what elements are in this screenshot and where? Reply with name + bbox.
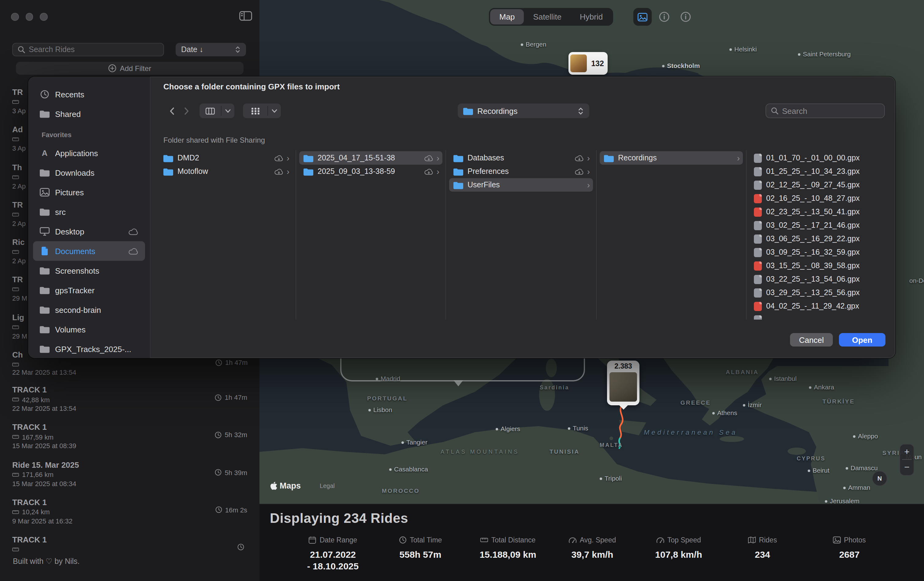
dialog-sidebar-item[interactable]: Screenshots xyxy=(33,261,145,280)
file-row[interactable]: 01_01_70_-_01_00_00.gpx xyxy=(750,151,892,165)
info-button[interactable] xyxy=(659,12,670,22)
sidebar-item-icon xyxy=(40,325,50,334)
column-browser: DMD2 Motoflow xyxy=(156,150,895,319)
folder-row[interactable]: Recordings xyxy=(600,151,743,165)
track-list-item-clipped[interactable]: Th 2 Ap xyxy=(12,162,27,200)
track-list-item-clipped[interactable]: Ad 3 Ap xyxy=(12,125,27,163)
photo-overlay-button[interactable] xyxy=(634,8,652,26)
open-button[interactable]: Open xyxy=(839,333,886,346)
track-list-item[interactable]: Ride 15. Mar 2025 171,66 km 15 Mar 2025 … xyxy=(12,460,247,498)
file-row[interactable]: 03_29_25_-_13_25_56.gpx xyxy=(750,286,892,300)
map-type-option[interactable]: Satellite xyxy=(524,9,571,25)
dialog-sidebar-item[interactable]: Downloads xyxy=(33,163,145,182)
clock-icon xyxy=(215,469,222,476)
item-name: 2025_04_17_15-51-38 xyxy=(318,154,422,162)
dialog-sidebar-item[interactable]: gpsTracker xyxy=(33,280,145,300)
cancel-button[interactable]: Cancel xyxy=(790,333,833,346)
cloud-download-icon xyxy=(274,168,284,175)
track-title: Lig xyxy=(12,313,27,323)
dialog-search-input[interactable]: Search xyxy=(766,103,885,118)
zoom-control: + − xyxy=(899,444,914,476)
forward-button[interactable] xyxy=(182,103,191,118)
track-list-item[interactable]: TRACK 1 10,24 km 9 Mar 2025 at 16:32 16m… xyxy=(12,498,247,535)
back-button[interactable] xyxy=(167,103,177,118)
stat-item: Rides 234 xyxy=(748,536,777,560)
map-type-option[interactable]: Hybrid xyxy=(571,9,612,25)
file-row[interactable]: 03_15_25_-_08_39_58.gpx xyxy=(750,259,892,272)
file-row[interactable]: 02_23_25_-_13_50_41.gpx xyxy=(750,205,892,218)
track-list-item[interactable]: TRACK 1 xyxy=(12,535,247,557)
help-button[interactable] xyxy=(680,12,691,22)
zoom-button[interactable] xyxy=(40,13,48,20)
folder-icon xyxy=(163,167,173,175)
sidebar-toggle-icon[interactable] xyxy=(239,11,252,21)
dialog-sidebar-item[interactable]: Recents xyxy=(33,84,145,104)
dialog-sidebar-item[interactable]: Documents xyxy=(33,241,145,261)
folder-row[interactable]: 2025_04_17_15-51-38 xyxy=(299,151,442,165)
dialog-sidebar-item[interactable]: GPX_Tracks_2025-... xyxy=(33,339,145,358)
zoom-out-button[interactable]: − xyxy=(900,460,914,475)
sort-dropdown[interactable]: Date ↓ xyxy=(176,43,246,56)
file-row[interactable]: 04_02_25_-_11_29_42.gpx xyxy=(750,300,892,313)
folder-icon xyxy=(604,154,614,162)
file-row[interactable]: 02_12_25_-_09_27_45.gpx xyxy=(750,178,892,192)
track-title: Ride 15. Mar 2025 xyxy=(12,460,247,470)
minimize-button[interactable] xyxy=(25,13,33,20)
column-view-control[interactable] xyxy=(200,103,234,118)
file-row[interactable]: 02_16_25_-_10_48_27.gpx xyxy=(750,192,892,205)
file-row[interactable] xyxy=(750,313,892,319)
map-type-option[interactable]: Map xyxy=(490,9,524,25)
file-row[interactable]: 03_09_25_-_16_32_59.gpx xyxy=(750,245,892,259)
dialog-sidebar-item[interactable]: Shared xyxy=(33,104,145,124)
folder-row[interactable]: DMD2 xyxy=(159,151,292,165)
island-corsica xyxy=(546,359,557,377)
close-button[interactable] xyxy=(11,13,19,20)
sidebar-item-label: Shared xyxy=(55,109,81,118)
file-row[interactable]: 03_02_25_-_17_21_46.gpx xyxy=(750,218,892,232)
track-duration: 16m 2s xyxy=(215,506,247,514)
plus-circle-icon xyxy=(108,64,116,72)
track-distance: 42,88 km xyxy=(22,396,50,403)
item-name: 03_06_25_-_16_29_22.gpx xyxy=(766,235,889,243)
clock-icon xyxy=(238,544,244,550)
file-row[interactable]: 03_06_25_-_16_29_22.gpx xyxy=(750,232,892,245)
track-list-item[interactable]: TRACK 1 167,59 km 15 Mar 2025 at 08:39 5… xyxy=(12,423,247,460)
info-icon xyxy=(680,12,691,22)
ruler-icon xyxy=(12,325,19,329)
track-list-item-clipped[interactable]: TR 29 M xyxy=(12,275,27,313)
folder-icon xyxy=(463,107,473,115)
add-filter-button[interactable]: Add Filter xyxy=(16,62,244,75)
track-list-item-clipped[interactable]: TR 3 Ap xyxy=(12,88,27,125)
location-dropdown[interactable]: Recordings xyxy=(458,103,589,118)
folder-row[interactable]: 2025_09_03_13-38-59 xyxy=(299,165,442,178)
dialog-sidebar-item[interactable]: src xyxy=(33,202,145,222)
map-attribution: Maps Legal xyxy=(271,481,335,490)
photo-cluster-marker[interactable]: 132 xyxy=(568,52,608,75)
chevron-right-icon xyxy=(437,154,439,162)
icon-view-control[interactable] xyxy=(243,103,281,118)
folder-row[interactable]: Preferences xyxy=(449,165,593,178)
app-window: Search Rides Date ↓ Add Filter TR 3 Ap A… xyxy=(0,0,924,581)
file-row[interactable]: 03_22_25_-_13_54_06.gpx xyxy=(750,272,892,286)
folder-row[interactable]: UserFiles xyxy=(449,178,593,192)
dialog-sidebar-item[interactable]: Desktop xyxy=(33,222,145,241)
zoom-in-button[interactable]: + xyxy=(900,444,914,459)
track-list-item-clipped[interactable]: Ric 2 Ap xyxy=(12,238,27,275)
dialog-sidebar-item[interactable]: Applications xyxy=(33,143,145,163)
legal-link[interactable]: Legal xyxy=(320,482,335,489)
dialog-sidebar-item[interactable]: Pictures xyxy=(33,182,145,202)
track-duration: 1h 47m xyxy=(215,394,247,401)
folder-row[interactable]: Motoflow xyxy=(159,165,292,178)
track-list-item-clipped[interactable]: TR 2 Ap xyxy=(12,200,27,238)
folder-row[interactable]: Databases xyxy=(449,151,593,165)
compass[interactable]: N xyxy=(872,471,887,486)
photo-cluster-callout[interactable]: 2.383 xyxy=(607,361,639,405)
dialog-sidebar-item[interactable]: second-brain xyxy=(33,300,145,319)
track-list-item[interactable]: TRACK 1 42,88 km 22 Mar 2025 at 13:54 1h… xyxy=(12,385,247,423)
island-sardinia xyxy=(539,379,555,411)
file-row[interactable]: 01_25_25_-_10_34_23.gpx xyxy=(750,165,892,178)
track-list-item-clipped[interactable]: Lig 29 M xyxy=(12,313,27,351)
search-input[interactable]: Search Rides xyxy=(12,43,164,56)
stats-bar: Displaying 234 Rides Date Range 21.07.20… xyxy=(259,504,924,581)
dialog-sidebar-item[interactable]: Volumes xyxy=(33,319,145,339)
